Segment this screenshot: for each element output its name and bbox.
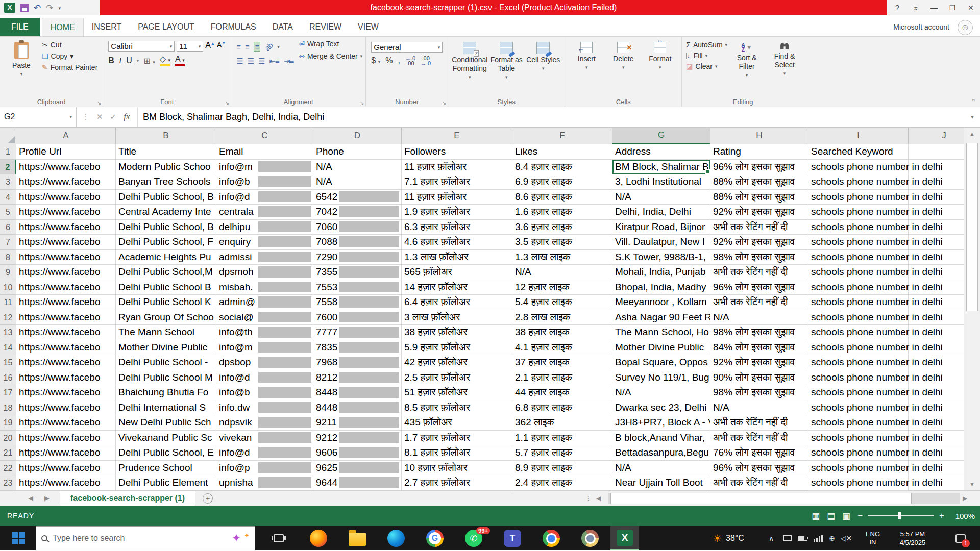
decrease-decimal-icon[interactable]: .00→.0 <box>421 56 431 66</box>
taskbar-teams[interactable]: T <box>500 526 525 550</box>
cell-I16[interactable]: schools phone number in delhi <box>808 370 909 386</box>
ribbon-display-options-icon[interactable]: ⌅ <box>906 0 925 15</box>
cell-C8[interactable]: admissi <box>216 250 313 265</box>
column-header-A[interactable]: A <box>16 128 116 144</box>
merge-center-button[interactable]: ⇿Merge & Center ▾ <box>299 52 362 60</box>
cell-F21[interactable]: 5.7 हज़ार लाइक <box>512 445 612 461</box>
taskbar-whatsapp[interactable]: ✆ 99+ <box>461 526 486 550</box>
vertical-scrollbar[interactable]: ▲ ▼ <box>964 128 980 490</box>
cell-A16[interactable]: https://www.facebo <box>16 370 116 386</box>
cell-B16[interactable]: Delhi Public School M <box>116 370 216 386</box>
cell-I20[interactable]: schools phone number in delhi <box>808 431 909 446</box>
number-format-select[interactable]: General▾ <box>371 42 443 53</box>
cell-D15[interactable]: 7968 <box>313 355 402 370</box>
cell-A13[interactable]: https://www.facebo <box>16 325 116 340</box>
row-header-3[interactable]: 3 <box>0 174 16 190</box>
format-cells-button[interactable]: Format▾ <box>642 40 678 96</box>
copy-button[interactable]: ❏Copy ▾ <box>42 52 97 60</box>
collapse-ribbon-icon[interactable]: ⌃ <box>971 98 976 105</box>
alignment-dialog-launcher-icon[interactable]: ↘ <box>360 100 364 106</box>
cell-B10[interactable]: Delhi Public School B <box>116 280 216 295</box>
cell-E3[interactable]: 7.1 हज़ार फ़ॉलोअर <box>402 174 512 190</box>
zoom-in-icon[interactable]: + <box>939 511 944 521</box>
row-header-12[interactable]: 12 <box>0 310 16 325</box>
taskbar-excel-active[interactable]: X <box>610 526 639 550</box>
cell-C20[interactable]: vivekan <box>216 431 313 446</box>
cell-C7[interactable]: enquiry <box>216 235 313 250</box>
cell-C11[interactable]: admin@ <box>216 295 313 310</box>
cell-E15[interactable]: 42 हज़ार फ़ॉलोअर <box>402 355 512 370</box>
cell-G14[interactable]: Mother Divine Public <box>612 340 710 356</box>
microsoft-account-link[interactable]: Microsoft account <box>893 23 949 31</box>
increase-indent-icon[interactable]: ⇥≡ <box>284 57 293 66</box>
cell-I14[interactable]: schools phone number in delhi <box>808 340 909 356</box>
cell-B21[interactable]: Delhi Public School, E <box>116 445 216 461</box>
cell-I6[interactable]: schools phone number in delhi <box>808 220 909 235</box>
cell-I8[interactable]: schools phone number in delhi <box>808 250 909 265</box>
middle-align-icon[interactable]: ≡ <box>245 42 249 51</box>
cell-I15[interactable]: schools phone number in delhi <box>808 355 909 370</box>
cell-E12[interactable]: 3 लाख फ़ॉलोअर <box>402 310 512 325</box>
increase-decimal-icon[interactable]: ←.0.00 <box>405 56 415 66</box>
cell-D9[interactable]: 7355 <box>313 265 402 280</box>
comma-style-icon[interactable]: , <box>398 56 400 65</box>
cell-B8[interactable]: Academic Heights Pu <box>116 250 216 265</box>
cell-A6[interactable]: https://www.facebo <box>16 220 116 235</box>
page-layout-view-icon[interactable]: ▤ <box>827 511 835 521</box>
cell-C23[interactable]: upnisha <box>216 475 313 491</box>
cell-I18[interactable]: schools phone number in delhi <box>808 400 909 416</box>
name-box[interactable]: G2▾ <box>0 107 77 127</box>
column-header-G[interactable]: G <box>612 128 710 144</box>
cell-B12[interactable]: Ryan Group Of Schoo <box>116 310 216 325</box>
top-align-icon[interactable]: ≡ <box>236 42 240 51</box>
row-header-18[interactable]: 18 <box>0 400 16 416</box>
cell-H7[interactable]: 92% लोग इसका सुझाव <box>710 235 808 250</box>
tab-review[interactable]: REVIEW <box>301 18 350 36</box>
cell-E13[interactable]: 38 हज़ार फ़ॉलोअर <box>402 325 512 340</box>
cell-G13[interactable]: The Mann School, Ho <box>612 325 710 340</box>
tab-home[interactable]: HOME <box>42 18 84 36</box>
close-button[interactable]: ✕ <box>962 0 980 15</box>
cell-H20[interactable]: अभी तक रेटिंग नहीं दी <box>710 431 808 446</box>
cell-G1[interactable]: Address <box>612 144 710 160</box>
taskbar-google[interactable]: G <box>423 526 447 550</box>
sheet-tab-active[interactable]: facebook-search-scrapper (1) <box>60 491 195 506</box>
cell-E4[interactable]: 11 हज़ार फ़ॉलोअर <box>402 190 512 205</box>
paste-button[interactable]: Paste▾ <box>3 40 40 96</box>
cell-C4[interactable]: info@d <box>216 190 313 205</box>
cell-F2[interactable]: 8.4 हज़ार लाइक <box>512 160 612 175</box>
sort-filter-button[interactable]: AZ▼ Sort & Filter▾ <box>730 41 763 96</box>
cell-I23[interactable]: schools phone number in delhi <box>808 475 909 491</box>
cell-H1[interactable]: Rating <box>710 144 808 160</box>
row-header-7[interactable]: 7 <box>0 235 16 250</box>
cell-F14[interactable]: 4.1 हज़ार लाइक <box>512 340 612 356</box>
cell-B9[interactable]: Delhi Public School,M <box>116 265 216 280</box>
cell-H4[interactable]: 88% लोग इसका सुझाव <box>710 190 808 205</box>
cell-A14[interactable]: https://www.facebo <box>16 340 116 356</box>
shrink-font-icon[interactable]: A▼ <box>217 41 226 52</box>
row-header-15[interactable]: 15 <box>0 355 16 370</box>
delete-cells-button[interactable]: Delete▾ <box>605 40 642 96</box>
fill-button[interactable]: ↓Fill ▾ <box>686 52 727 60</box>
cell-D23[interactable]: 9644 <box>313 475 402 491</box>
row-header-23[interactable]: 23 <box>0 475 16 491</box>
font-color-icon[interactable]: A ▾ <box>175 55 185 66</box>
cell-G19[interactable]: J3H8+PR7, Block A - V <box>612 415 710 431</box>
cell-F16[interactable]: 2.1 हज़ार लाइक <box>512 370 612 386</box>
row-header-4[interactable]: 4 <box>0 190 16 205</box>
font-size-select[interactable]: 11▾ <box>177 41 203 52</box>
column-header-D[interactable]: D <box>313 128 402 144</box>
cell-B18[interactable]: Delhi International S <box>116 400 216 416</box>
cell-styles-button[interactable]: Cell Styles▾ <box>525 40 561 96</box>
cell-C18[interactable]: info.dw <box>216 400 313 416</box>
cell-F20[interactable]: 1.1 हज़ार लाइक <box>512 431 612 446</box>
new-sheet-icon[interactable]: + <box>203 493 213 504</box>
cell-A23[interactable]: https://www.facebo <box>16 475 116 491</box>
align-center-icon[interactable]: ☰ <box>248 57 254 66</box>
row-header-17[interactable]: 17 <box>0 385 16 400</box>
row-header-22[interactable]: 22 <box>0 461 16 476</box>
tab-insert[interactable]: INSERT <box>84 18 130 36</box>
cancel-icon[interactable]: ✕ <box>96 112 103 121</box>
cell-I5[interactable]: schools phone number in delhi <box>808 205 909 220</box>
fill-color-icon[interactable]: ◇ ▾ <box>160 55 170 66</box>
